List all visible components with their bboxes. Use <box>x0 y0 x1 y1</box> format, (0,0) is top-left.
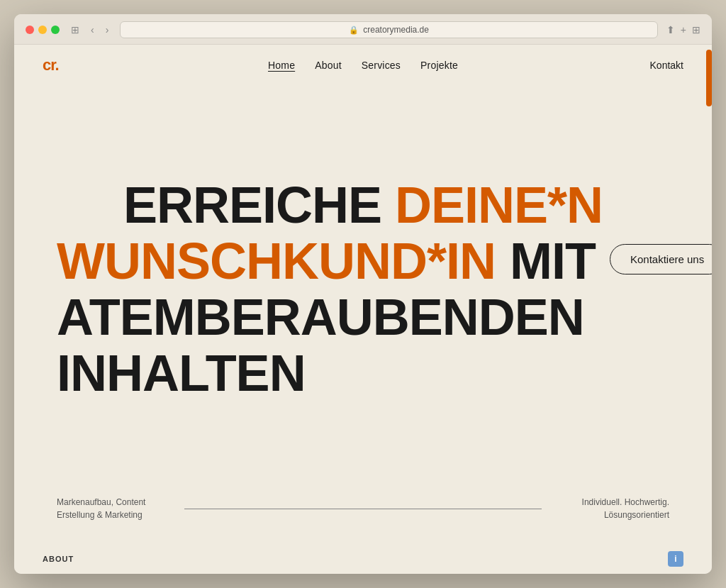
window-icon[interactable]: ⊞ <box>68 23 82 37</box>
hero-mit: MIT <box>510 233 596 289</box>
logo[interactable]: cr. <box>43 56 59 74</box>
nav-kontakt[interactable]: Kontakt <box>650 60 683 71</box>
nav-projekte[interactable]: Projekte <box>420 60 458 71</box>
page-content: cr. Home About Services Projekte Kontakt… <box>14 45 712 574</box>
tabs-icon[interactable]: ⊞ <box>692 24 700 35</box>
nav-services[interactable]: Services <box>362 60 401 71</box>
bottom-left-line1: Markenaufbau, Content <box>57 497 145 507</box>
share-icon[interactable]: ⬆ <box>666 24 675 35</box>
nav-home[interactable]: Home <box>268 60 295 71</box>
footer-icon-label: i <box>674 554 676 564</box>
bottom-right-line2: Lösungsorientiert <box>604 510 669 520</box>
browser-actions: ⬆ + ⊞ <box>666 24 700 35</box>
hero-line1: ERREICHE DEINE*N <box>57 177 669 233</box>
maximize-button[interactable] <box>51 26 60 34</box>
lock-icon: 🔒 <box>349 26 359 35</box>
bottom-left-text: Markenaufbau, Content Erstellung & Marke… <box>57 496 170 521</box>
bottom-right-line1: Individuell. Hochwertig. <box>582 497 669 507</box>
hero-line3: ATEMBERAUBENDEN INHALTEN <box>57 289 669 401</box>
nav-about[interactable]: About <box>315 60 342 71</box>
address-bar[interactable]: 🔒 creatorymedia.de <box>120 21 657 38</box>
footer-about[interactable]: ABOUT <box>43 555 74 563</box>
minimize-button[interactable] <box>38 26 47 34</box>
hero-section: ERREICHE DEINE*N WUNSCHKUND*IN MIT Konta… <box>14 86 712 479</box>
hero-headline: ERREICHE DEINE*N WUNSCHKUND*IN MIT Konta… <box>57 177 669 402</box>
forward-button[interactable]: › <box>103 23 112 37</box>
nav-right: Kontakt <box>650 59 683 72</box>
hero-deine: DEINE*N <box>395 177 603 233</box>
browser-controls: ⊞ ‹ › <box>68 23 111 37</box>
footer-icon[interactable]: i <box>668 551 683 567</box>
browser-chrome: ⊞ ‹ › 🔒 creatorymedia.de ⬆ + ⊞ <box>14 14 712 45</box>
new-tab-button[interactable]: + <box>681 24 686 35</box>
close-button[interactable] <box>26 26 34 34</box>
hero-wunschkund: WUNSCHKUND*IN <box>57 233 496 289</box>
bottom-left-line2: Erstellung & Marketing <box>57 510 143 520</box>
hero-erreiche: ERREICHE <box>123 177 395 233</box>
bottom-divider <box>184 509 542 509</box>
back-button[interactable]: ‹ <box>88 23 97 37</box>
nav-links: Home About Services Projekte <box>268 60 458 71</box>
main-nav: cr. Home About Services Projekte Kontakt <box>14 45 712 86</box>
scrollbar[interactable] <box>706 50 712 106</box>
bottom-info: Markenaufbau, Content Erstellung & Marke… <box>14 479 712 544</box>
contact-oval-button[interactable]: Kontaktiere uns <box>610 244 712 274</box>
traffic-lights <box>26 26 60 34</box>
footer-bar: ABOUT i <box>14 544 712 574</box>
url-text: creatorymedia.de <box>363 25 429 35</box>
hero-line2: WUNSCHKUND*IN MIT Kontaktiere uns <box>57 233 669 289</box>
browser-window: ⊞ ‹ › 🔒 creatorymedia.de ⬆ + ⊞ cr. Home … <box>14 14 712 574</box>
bottom-right-text: Individuell. Hochwertig. Lösungsorientie… <box>556 496 669 521</box>
